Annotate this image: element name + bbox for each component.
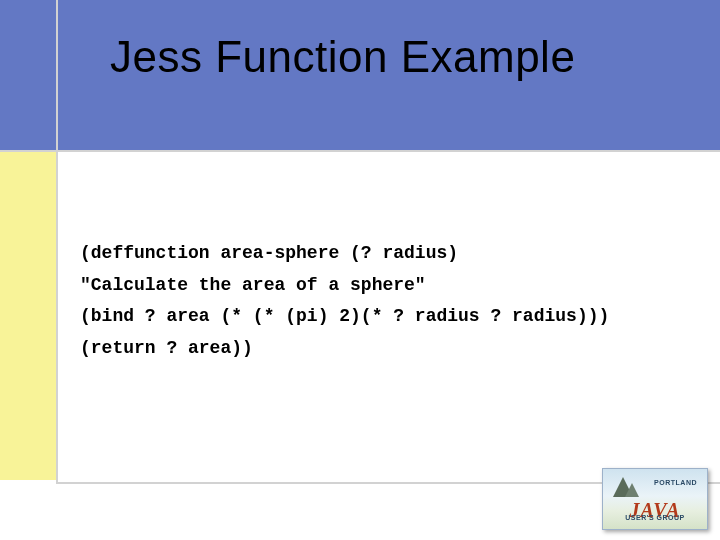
code-line: (return ? area)) [80, 338, 253, 358]
horizontal-rule [0, 150, 720, 152]
logo-top-label: PORTLAND [654, 479, 697, 486]
code-example: (deffunction area-sphere (? radius) "Cal… [80, 238, 609, 364]
mountain-icon [625, 483, 639, 497]
logo-bottom-label: USER'S GROUP [607, 514, 703, 521]
footer-logo: PORTLAND JAVA USER'S GROUP [602, 468, 708, 530]
code-line: (bind ? area (* (* (pi) 2)(* ? radius ? … [80, 306, 609, 326]
logo-inner: PORTLAND JAVA USER'S GROUP [607, 473, 703, 525]
left-accent-strip [0, 150, 56, 480]
code-line: (deffunction area-sphere (? radius) [80, 243, 458, 263]
vertical-rule [56, 0, 58, 484]
code-line: "Calculate the area of a sphere" [80, 275, 426, 295]
slide-title: Jess Function Example [110, 32, 575, 82]
